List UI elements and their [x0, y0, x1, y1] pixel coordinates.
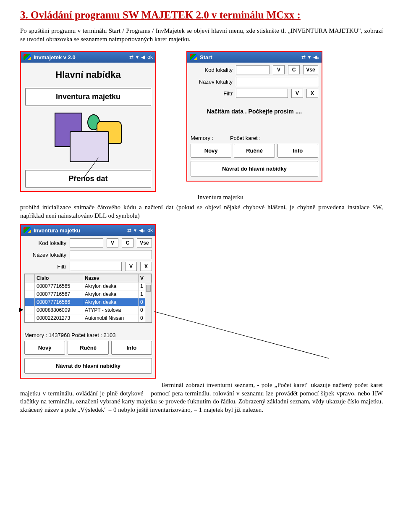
decorative-artwork [55, 113, 122, 163]
vse-button[interactable]: Vse [303, 65, 318, 74]
filtr-label: Filtr [191, 90, 233, 97]
titlebar: Start ⇄ ▾ ◀ₓ [187, 52, 322, 63]
nazev-lokality-label: Název lokality [191, 79, 233, 85]
tray-icons: ⇄ ▾ ◀ₓ [301, 54, 319, 60]
count-label: Počet karet : [230, 135, 261, 141]
grid-scrollbar[interactable] [145, 283, 152, 322]
table-row[interactable]: 000077716565Akrylon deska1 [25, 282, 152, 290]
inventory-grid[interactable]: ▶ Cislo Nazev V 000077716565Akrylon desk… [24, 274, 152, 323]
v-button[interactable]: V [125, 262, 137, 271]
v-button[interactable]: V [291, 89, 303, 98]
section-heading: 3. Ovládání programu SW MAJETEK 2.0 v te… [20, 9, 383, 21]
kod-lokality-row: Kod lokality V C Vse [24, 238, 152, 248]
filtr-label: Filtr [24, 263, 66, 270]
titlebar: Invmajetek v 2.0 ⇄ ▾ ◀ ok [21, 52, 155, 63]
loading-status: Načítám data . Počkejte prosím .... [191, 108, 318, 125]
table-row-selected[interactable]: 000077716566Akrylon deska0 [25, 298, 152, 306]
speaker-icon: ◀ [141, 54, 145, 60]
nazev-lokality-input[interactable] [70, 250, 152, 259]
col-vysledek[interactable]: V [139, 274, 152, 282]
nazev-lokality-label: Název lokality [24, 252, 66, 258]
navrat-button[interactable]: Návrat do hlavní nabídky [191, 161, 318, 176]
signal-icon: ▾ [308, 54, 311, 60]
tray-icons: ⇄ ▾ ◀ ok [129, 54, 153, 60]
filtr-input[interactable] [236, 89, 288, 98]
final-lead: Terminál zobrazí inventurní seznam, - po… [161, 382, 352, 388]
v-button[interactable]: V [107, 238, 118, 248]
kod-lokality-row: Kod lokality V C Vse [191, 65, 318, 74]
inventura-majetku-button[interactable]: Inventura majetku [25, 88, 151, 106]
x-button[interactable]: X [306, 89, 318, 98]
ok-button[interactable]: ok [147, 54, 153, 60]
windows-flag-icon [24, 227, 31, 233]
info-button[interactable]: Info [277, 144, 318, 158]
titlebar-title: Start [200, 54, 212, 61]
intro-paragraph: Po spuštění programu v terminálu Start /… [20, 27, 383, 43]
rucne-button[interactable]: Ručně [234, 144, 275, 158]
c-button[interactable]: C [122, 238, 133, 248]
current-row-indicator-icon: ▶ [19, 306, 24, 313]
middle-paragraph: probíhá inicializace snímače čárového kó… [20, 203, 383, 220]
tray-icons: ⇄ ▾ ◀ₓ ok [127, 227, 153, 233]
screenshot-start-loading: Start ⇄ ▾ ◀ₓ Kod lokality V C Vse Název … [186, 51, 322, 182]
novy-button[interactable]: Nový [24, 341, 65, 355]
mute-icon: ◀ₓ [313, 54, 319, 60]
network-icon: ⇄ [129, 54, 133, 60]
c-button[interactable]: C [288, 65, 300, 74]
kod-lokality-input[interactable] [236, 65, 270, 74]
titlebar: Inventura majetku ⇄ ▾ ◀ₓ ok [21, 225, 155, 236]
signal-icon: ▾ [136, 54, 139, 60]
main-menu-title: Hlavní nabídka [21, 69, 155, 80]
grid-header-row: Cislo Nazev V [25, 274, 152, 282]
final-paragraph: Terminál zobrazí inventurní seznam, - po… [20, 381, 383, 414]
filtr-row: Filtr V X [24, 262, 152, 271]
memory-label: Memory : [191, 135, 213, 141]
table-row[interactable]: 000022201273Automobil Nissan0 [25, 314, 152, 322]
footer-counters: Memory : 1437968 Počet karet : 2103 [24, 332, 152, 338]
vse-button[interactable]: Vse [137, 238, 152, 248]
network-icon: ⇄ [301, 54, 306, 60]
filtr-row: Filtr V X [191, 89, 318, 98]
kod-lokality-input[interactable] [70, 238, 103, 248]
table-row[interactable]: 000077716567Akrylon deska1 [25, 290, 152, 298]
titlebar-title: Inventura majetku [34, 227, 80, 234]
v-button[interactable]: V [273, 65, 285, 74]
rucne-button[interactable]: Ručně [68, 341, 108, 355]
titlebar-title: Invmajetek v 2.0 [34, 54, 76, 61]
mute-icon: ◀ₓ [139, 227, 145, 233]
signal-icon: ▾ [134, 227, 136, 233]
nazev-lokality-input[interactable] [236, 77, 318, 86]
novy-button[interactable]: Nový [191, 144, 231, 158]
info-button[interactable]: Info [111, 341, 152, 355]
footer-counters: Memory : Počet karet : [191, 135, 318, 141]
table-row[interactable]: 000088806009ATYPT - stolova0 [25, 306, 152, 314]
books-icon [70, 131, 109, 162]
nazev-lokality-row: Název lokality [191, 77, 318, 86]
kod-lokality-label: Kod lokality [191, 67, 233, 73]
windows-flag-icon [190, 54, 197, 60]
nazev-lokality-row: Název lokality [24, 250, 152, 259]
scrollbar-thumb[interactable] [146, 285, 151, 292]
filtr-input[interactable] [70, 262, 122, 271]
navrat-button[interactable]: Návrat do hlavní nabídky [24, 358, 152, 374]
ok-button[interactable]: ok [147, 227, 153, 233]
x-button[interactable]: X [140, 262, 152, 271]
network-icon: ⇄ [127, 227, 131, 233]
windows-flag-icon [24, 54, 31, 60]
col-nazev[interactable]: Nazev [83, 274, 138, 282]
kod-lokality-label: Kod lokality [24, 240, 66, 246]
screenshot-inventura-grid: Inventura majetku ⇄ ▾ ◀ₓ ok Kod lokality… [20, 224, 156, 379]
col-cislo[interactable]: Cislo [35, 274, 83, 282]
